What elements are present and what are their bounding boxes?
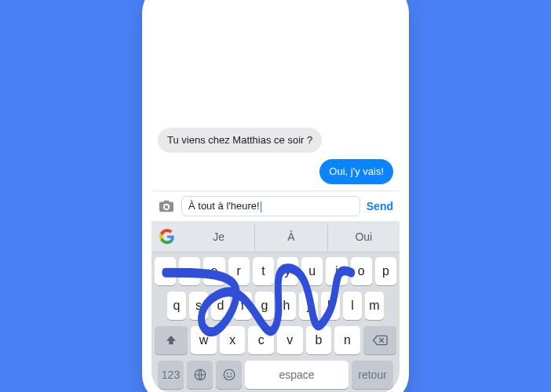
- keyboard-row-1: a z e r t y u i o p: [155, 257, 396, 285]
- svg-point-3: [230, 373, 232, 375]
- key-v[interactable]: v: [277, 326, 303, 354]
- key-c[interactable]: c: [248, 326, 274, 354]
- key-b[interactable]: b: [306, 326, 332, 354]
- key-z[interactable]: z: [179, 257, 200, 285]
- space-key[interactable]: espace: [245, 361, 348, 389]
- suggestions: Je À Oui: [183, 223, 400, 251]
- conversation-area: Tu viens chez Matthias ce soir ? Oui, j'…: [151, 0, 400, 191]
- key-w[interactable]: w: [191, 326, 217, 354]
- key-f[interactable]: f: [233, 292, 252, 320]
- google-button[interactable]: [151, 229, 183, 245]
- keyboard-row-4: 123 espace retour: [155, 361, 396, 389]
- message-bubble-incoming: Tu viens chez Matthias ce soir ?: [158, 128, 322, 153]
- key-g[interactable]: g: [255, 292, 274, 320]
- message-bubble-outgoing: Oui, j'y vais!: [319, 159, 393, 184]
- input-row: À tout à l'heure! Send: [151, 191, 400, 221]
- shift-key[interactable]: [155, 326, 188, 354]
- key-j[interactable]: j: [299, 292, 318, 320]
- key-u[interactable]: u: [301, 257, 323, 285]
- keyboard: Je À Oui a z e r t y u i o p: [151, 221, 400, 392]
- key-k[interactable]: k: [321, 292, 340, 320]
- key-t[interactable]: t: [253, 257, 274, 285]
- suggestion-bar: Je À Oui: [151, 221, 400, 252]
- shift-icon: [165, 334, 177, 347]
- google-logo-icon: [159, 229, 175, 245]
- keyboard-row-3: w x c v b n: [155, 326, 396, 354]
- globe-key[interactable]: [187, 361, 213, 389]
- return-key[interactable]: retour: [352, 361, 393, 389]
- phone-frame: Tu viens chez Matthias ce soir ? Oui, j'…: [142, 0, 409, 392]
- key-a[interactable]: a: [155, 257, 176, 285]
- key-s[interactable]: s: [189, 292, 208, 320]
- key-h[interactable]: h: [277, 292, 296, 320]
- suggestion-3[interactable]: Oui: [327, 223, 400, 251]
- suggestion-2[interactable]: À: [254, 223, 327, 251]
- message-input[interactable]: À tout à l'heure!: [181, 196, 360, 216]
- camera-icon[interactable]: [158, 199, 175, 213]
- message-input-text: À tout à l'heure!: [188, 200, 260, 212]
- key-x[interactable]: x: [220, 326, 246, 354]
- key-m[interactable]: m: [365, 292, 384, 320]
- numbers-key[interactable]: 123: [158, 361, 184, 389]
- key-o[interactable]: o: [351, 257, 372, 285]
- key-d[interactable]: d: [211, 292, 230, 320]
- key-p[interactable]: p: [375, 257, 396, 285]
- backspace-key[interactable]: [363, 326, 396, 354]
- svg-point-1: [224, 369, 235, 380]
- key-i[interactable]: i: [326, 257, 347, 285]
- key-l[interactable]: l: [343, 292, 362, 320]
- key-y[interactable]: y: [277, 257, 298, 285]
- suggestion-1[interactable]: Je: [183, 223, 254, 251]
- key-e[interactable]: e: [203, 257, 224, 285]
- send-button[interactable]: Send: [367, 200, 393, 212]
- keyboard-row-2: q s d f g h j k l m: [155, 292, 396, 320]
- screen: Tu viens chez Matthias ce soir ? Oui, j'…: [151, 0, 400, 392]
- svg-point-2: [226, 373, 228, 375]
- key-r[interactable]: r: [228, 257, 250, 285]
- key-n[interactable]: n: [334, 326, 360, 354]
- emoji-icon: [222, 368, 236, 382]
- key-q[interactable]: q: [167, 292, 186, 320]
- backspace-icon: [372, 335, 388, 346]
- globe-icon: [193, 368, 207, 382]
- emoji-key[interactable]: [216, 361, 242, 389]
